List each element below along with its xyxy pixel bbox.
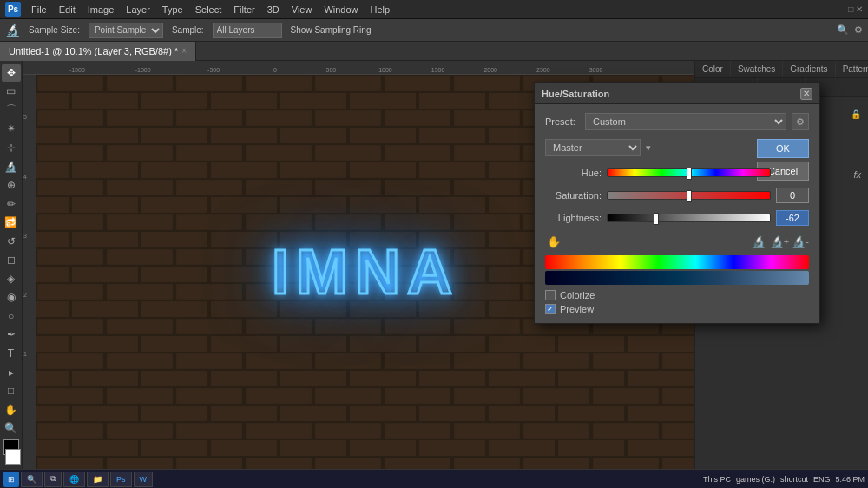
horizontal-ruler: -1500 -1000 -500 0 500 1000 1500 2000 25… <box>36 61 694 75</box>
taskbar-shortcut: shortcut <box>780 475 808 484</box>
eyedropper-tool[interactable]: 🔬 <box>2 158 21 175</box>
sample-input[interactable] <box>213 23 282 38</box>
preset-select[interactable]: Custom <box>585 113 786 130</box>
channel-select[interactable]: Master <box>545 139 641 156</box>
taskbar-lang: ENG <box>813 475 831 484</box>
menu-type[interactable]: Type <box>157 3 188 16</box>
crop-tool[interactable]: ⊹ <box>2 139 21 156</box>
menu-layer[interactable]: Layer <box>121 3 155 16</box>
tab-swatches[interactable]: Swatches <box>731 61 783 77</box>
eyedropper-subtract-icon[interactable]: 🔬- <box>792 233 809 250</box>
color-spectrum-bar <box>545 255 809 269</box>
blur-tool[interactable]: ◉ <box>2 289 21 307</box>
vertical-ruler: 5 4 3 2 1 <box>23 75 36 469</box>
show-sampling-ring-label: Show Sampling Ring <box>287 24 375 36</box>
taskbar-word[interactable]: W <box>134 472 154 487</box>
magic-wand-tool[interactable]: ✴ <box>2 121 21 138</box>
saturation-value-input[interactable]: 0 <box>776 188 809 203</box>
hue-slider-track-wrap <box>607 168 771 177</box>
eyedropper-tool-icon: 🔬 <box>5 23 20 37</box>
zoom-tool[interactable]: 🔍 <box>2 419 21 437</box>
move-tool[interactable]: ✥ <box>2 64 21 82</box>
saturation-slider-track[interactable] <box>607 191 771 200</box>
dodge-tool[interactable]: ○ <box>2 307 21 325</box>
lightness-slider-track[interactable] <box>607 214 771 222</box>
search-icon[interactable]: 🔍 <box>837 24 849 36</box>
brush-tool[interactable]: ✏ <box>2 195 21 213</box>
hue-slider-track[interactable] <box>607 168 771 177</box>
colorize-checkbox[interactable] <box>545 290 556 300</box>
taskbar-edge[interactable]: 🌐 <box>63 472 85 487</box>
settings-icon[interactable]: ⚙ <box>854 24 863 36</box>
preset-row: Preset: Custom ⚙ <box>545 113 809 130</box>
menu-help[interactable]: Help <box>365 3 396 16</box>
hue-slider-thumb[interactable] <box>687 168 692 180</box>
document-tab-title: Untitled-1 @ 10.1% (Layer 3, RGB/8#) * <box>9 46 178 56</box>
right-panel-top-tabs: Color Swatches Gradients Patterns <box>695 61 868 78</box>
preview-checkbox[interactable]: ✓ <box>545 304 556 314</box>
saturation-row: Saturation: 0 <box>545 188 809 203</box>
dialog-icon-row: ✋ 🔬 🔬+ 🔬- <box>545 233 809 250</box>
ruler-corner <box>23 61 36 75</box>
menu-bar: Ps File Edit Image Layer Type Select Fil… <box>0 0 868 19</box>
hand-tool[interactable]: ✋ <box>2 401 21 419</box>
eyedropper-add-icon[interactable]: 🔬+ <box>771 233 788 250</box>
tab-close-button[interactable]: × <box>181 46 187 56</box>
sample-label: Sample: <box>168 24 207 36</box>
taskbar-explorer[interactable]: 📁 <box>87 472 108 487</box>
preview-option[interactable]: ✓ Preview <box>545 304 809 314</box>
preview-label: Preview <box>560 304 594 314</box>
preset-options-button[interactable]: ⚙ <box>792 113 809 130</box>
fx-area: fx <box>853 169 861 180</box>
document-tab[interactable]: Untitled-1 @ 10.1% (Layer 3, RGB/8#) * × <box>0 42 196 61</box>
fx-button[interactable]: fx <box>853 169 861 180</box>
eraser-tool[interactable]: ◻ <box>2 251 21 268</box>
colorize-option[interactable]: Colorize <box>545 290 809 300</box>
saturation-label: Saturation: <box>545 190 602 201</box>
taskbar-task-view[interactable]: ⧉ <box>44 472 62 487</box>
pen-tool[interactable]: ✒ <box>2 326 21 344</box>
dialog-titlebar[interactable]: Hue/Saturation ✕ <box>535 83 819 104</box>
text-tool[interactable]: T <box>2 345 21 362</box>
menu-view[interactable]: View <box>286 3 318 16</box>
menu-window[interactable]: Window <box>319 3 363 16</box>
taskbar-photoshop[interactable]: Ps <box>110 472 132 487</box>
tab-patterns[interactable]: Patterns <box>836 61 868 77</box>
menu-filter[interactable]: Filter <box>228 3 260 16</box>
history-brush-tool[interactable]: ↺ <box>2 233 21 250</box>
shape-tool[interactable]: □ <box>2 382 21 399</box>
sample-size-select[interactable]: Point Sample <box>89 23 163 38</box>
tab-color[interactable]: Color <box>695 61 731 77</box>
menu-image[interactable]: Image <box>82 3 120 16</box>
path-selection-tool[interactable]: ▸ <box>2 364 21 381</box>
taskbar-clock: 5:46 PM <box>835 475 865 484</box>
options-row: Colorize ✓ Preview <box>545 290 809 314</box>
healing-brush-tool[interactable]: ⊕ <box>2 176 21 194</box>
lasso-tool[interactable]: ⌒ <box>2 102 21 119</box>
colorize-label: Colorize <box>560 290 595 300</box>
color-result-bar <box>545 271 809 285</box>
lightness-slider-thumb[interactable] <box>654 213 659 225</box>
menu-file[interactable]: File <box>26 3 52 16</box>
tab-gradients[interactable]: Gradients <box>783 61 835 77</box>
ok-button[interactable]: OK <box>757 139 809 158</box>
menu-edit[interactable]: Edit <box>54 3 81 16</box>
hue-saturation-dialog[interactable]: Hue/Saturation ✕ OK Cancel Preset: Custo… <box>534 82 820 324</box>
tab-bar: Untitled-1 @ 10.1% (Layer 3, RGB/8#) * × <box>0 42 868 61</box>
neon-text: IMNA <box>272 236 459 307</box>
menu-select[interactable]: Select <box>190 3 227 16</box>
background-color[interactable] <box>5 449 21 465</box>
taskbar-games: games (G:) <box>736 475 775 484</box>
menu-3d[interactable]: 3D <box>262 3 285 16</box>
saturation-slider-thumb[interactable] <box>687 190 692 202</box>
eyedropper-icon[interactable]: 🔬 <box>750 233 767 250</box>
clone-stamp-tool[interactable]: 🔂 <box>2 214 21 231</box>
gradient-tool[interactable]: ◈ <box>2 270 21 287</box>
taskbar-search[interactable]: 🔍 <box>21 472 43 487</box>
lightness-value-input[interactable]: -62 <box>776 210 809 226</box>
start-button[interactable]: ⊞ <box>3 472 19 487</box>
hand-color-icon[interactable]: ✋ <box>545 233 562 250</box>
marquee-tool[interactable]: ▭ <box>2 83 21 101</box>
dialog-body: OK Cancel Preset: Custom ⚙ Master ▾ Hu <box>535 104 819 323</box>
dialog-close-button[interactable]: ✕ <box>800 88 812 100</box>
